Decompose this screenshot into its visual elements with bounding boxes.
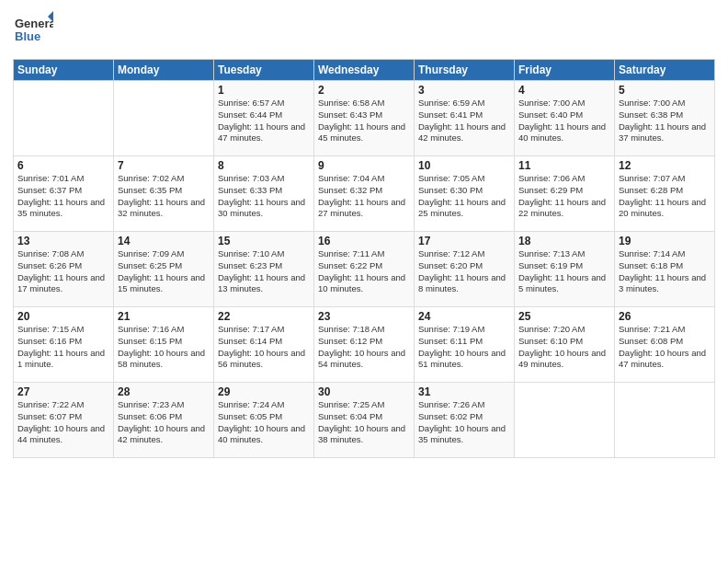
calendar-cell: 10Sunrise: 7:05 AM Sunset: 6:30 PM Dayli…: [415, 156, 515, 232]
day-info: Sunrise: 6:57 AM Sunset: 6:44 PM Dayligh…: [218, 98, 310, 144]
day-info: Sunrise: 7:13 AM Sunset: 6:19 PM Dayligh…: [518, 248, 610, 295]
calendar-cell: [14, 81, 114, 156]
day-info: Sunrise: 7:12 AM Sunset: 6:20 PM Dayligh…: [418, 248, 510, 295]
calendar-cell: 6Sunrise: 7:01 AM Sunset: 6:37 PM Daylig…: [14, 156, 114, 232]
calendar-cell: 20Sunrise: 7:15 AM Sunset: 6:16 PM Dayli…: [14, 307, 114, 383]
day-info: Sunrise: 7:10 AM Sunset: 6:23 PM Dayligh…: [218, 248, 310, 295]
day-number: 22: [218, 310, 310, 323]
day-number: 17: [418, 235, 510, 247]
day-number: 29: [218, 385, 310, 398]
day-number: 1: [218, 84, 310, 97]
day-number: 7: [118, 159, 210, 172]
day-info: Sunrise: 7:09 AM Sunset: 6:25 PM Dayligh…: [118, 248, 210, 295]
calendar-cell: 2Sunrise: 6:58 AM Sunset: 6:43 PM Daylig…: [314, 81, 415, 156]
day-number: 10: [418, 159, 510, 172]
day-header-saturday: Saturday: [615, 60, 715, 81]
calendar-cell: 11Sunrise: 7:06 AM Sunset: 6:29 PM Dayli…: [515, 156, 615, 232]
logo-icon: General Blue: [13, 9, 53, 50]
main-container: General Blue SundayMondayTuesdayWednesda…: [0, 0, 728, 464]
calendar-cell: 24Sunrise: 7:19 AM Sunset: 6:11 PM Dayli…: [415, 307, 515, 383]
day-number: 30: [318, 385, 410, 398]
calendar-cell: 29Sunrise: 7:24 AM Sunset: 6:05 PM Dayli…: [214, 383, 314, 458]
day-header-friday: Friday: [515, 60, 615, 81]
day-info: Sunrise: 7:04 AM Sunset: 6:32 PM Dayligh…: [318, 173, 410, 220]
day-number: 28: [118, 385, 210, 398]
day-header-thursday: Thursday: [415, 60, 515, 81]
calendar-cell: 22Sunrise: 7:17 AM Sunset: 6:14 PM Dayli…: [214, 307, 314, 383]
svg-text:General: General: [15, 17, 53, 30]
calendar-cell: 15Sunrise: 7:10 AM Sunset: 6:23 PM Dayli…: [214, 232, 314, 307]
calendar-cell: 21Sunrise: 7:16 AM Sunset: 6:15 PM Dayli…: [114, 307, 214, 383]
calendar-cell: 3Sunrise: 6:59 AM Sunset: 6:41 PM Daylig…: [415, 81, 515, 156]
day-header-sunday: Sunday: [14, 60, 114, 81]
calendar-cell: 12Sunrise: 7:07 AM Sunset: 6:28 PM Dayli…: [615, 156, 715, 232]
calendar-cell: 23Sunrise: 7:18 AM Sunset: 6:12 PM Dayli…: [314, 307, 415, 383]
day-info: Sunrise: 7:08 AM Sunset: 6:26 PM Dayligh…: [17, 248, 109, 295]
day-number: 21: [118, 310, 210, 323]
day-number: 4: [518, 84, 610, 97]
calendar-week-row: 13Sunrise: 7:08 AM Sunset: 6:26 PM Dayli…: [14, 232, 715, 307]
calendar-cell: 7Sunrise: 7:02 AM Sunset: 6:35 PM Daylig…: [114, 156, 214, 232]
calendar-cell: 27Sunrise: 7:22 AM Sunset: 6:07 PM Dayli…: [14, 383, 114, 458]
calendar-cell: 13Sunrise: 7:08 AM Sunset: 6:26 PM Dayli…: [14, 232, 114, 307]
calendar-cell: 25Sunrise: 7:20 AM Sunset: 6:10 PM Dayli…: [515, 307, 615, 383]
day-number: 15: [218, 235, 310, 247]
day-number: 31: [418, 385, 510, 398]
day-number: 2: [318, 84, 410, 97]
calendar-cell: 31Sunrise: 7:26 AM Sunset: 6:02 PM Dayli…: [415, 383, 515, 458]
day-number: 11: [518, 159, 610, 172]
day-number: 19: [619, 235, 711, 247]
day-info: Sunrise: 7:21 AM Sunset: 6:08 PM Dayligh…: [619, 324, 711, 371]
day-info: Sunrise: 7:02 AM Sunset: 6:35 PM Dayligh…: [118, 173, 210, 220]
day-number: 25: [518, 310, 610, 323]
day-info: Sunrise: 7:00 AM Sunset: 6:40 PM Dayligh…: [518, 98, 610, 144]
day-info: Sunrise: 7:17 AM Sunset: 6:14 PM Dayligh…: [218, 324, 310, 371]
day-info: Sunrise: 7:22 AM Sunset: 6:07 PM Dayligh…: [17, 399, 109, 446]
calendar-cell: 26Sunrise: 7:21 AM Sunset: 6:08 PM Dayli…: [615, 307, 715, 383]
day-header-tuesday: Tuesday: [214, 60, 314, 81]
day-number: 3: [418, 84, 510, 97]
day-info: Sunrise: 6:59 AM Sunset: 6:41 PM Dayligh…: [418, 98, 510, 144]
day-number: 20: [17, 310, 109, 323]
calendar-cell: [515, 383, 615, 458]
day-header-monday: Monday: [114, 60, 214, 81]
day-info: Sunrise: 7:11 AM Sunset: 6:22 PM Dayligh…: [318, 248, 410, 295]
day-number: 27: [17, 385, 109, 398]
day-info: Sunrise: 7:26 AM Sunset: 6:02 PM Dayligh…: [418, 399, 510, 446]
day-header-wednesday: Wednesday: [314, 60, 415, 81]
day-info: Sunrise: 7:05 AM Sunset: 6:30 PM Dayligh…: [418, 173, 510, 220]
calendar-cell: 8Sunrise: 7:03 AM Sunset: 6:33 PM Daylig…: [214, 156, 314, 232]
day-info: Sunrise: 7:03 AM Sunset: 6:33 PM Dayligh…: [218, 173, 310, 220]
day-number: 6: [17, 159, 109, 172]
logo: General Blue: [13, 9, 53, 53]
header-area: General Blue: [13, 9, 715, 53]
day-info: Sunrise: 7:20 AM Sunset: 6:10 PM Dayligh…: [518, 324, 610, 371]
day-number: 13: [17, 235, 109, 247]
day-number: 26: [619, 310, 711, 323]
day-info: Sunrise: 7:19 AM Sunset: 6:11 PM Dayligh…: [418, 324, 510, 371]
day-number: 23: [318, 310, 410, 323]
calendar-cell: 16Sunrise: 7:11 AM Sunset: 6:22 PM Dayli…: [314, 232, 415, 307]
calendar-cell: 28Sunrise: 7:23 AM Sunset: 6:06 PM Dayli…: [114, 383, 214, 458]
calendar-cell: 30Sunrise: 7:25 AM Sunset: 6:04 PM Dayli…: [314, 383, 415, 458]
day-info: Sunrise: 7:00 AM Sunset: 6:38 PM Dayligh…: [619, 98, 711, 144]
day-number: 14: [118, 235, 210, 247]
calendar-cell: 14Sunrise: 7:09 AM Sunset: 6:25 PM Dayli…: [114, 232, 214, 307]
day-number: 24: [418, 310, 510, 323]
day-number: 5: [619, 84, 711, 97]
calendar-cell: 17Sunrise: 7:12 AM Sunset: 6:20 PM Dayli…: [415, 232, 515, 307]
calendar-cell: 9Sunrise: 7:04 AM Sunset: 6:32 PM Daylig…: [314, 156, 415, 232]
day-info: Sunrise: 7:07 AM Sunset: 6:28 PM Dayligh…: [619, 173, 711, 220]
calendar-week-row: 20Sunrise: 7:15 AM Sunset: 6:16 PM Dayli…: [14, 307, 715, 383]
day-number: 12: [619, 159, 711, 172]
svg-text:Blue: Blue: [15, 29, 40, 43]
day-info: Sunrise: 7:16 AM Sunset: 6:15 PM Dayligh…: [118, 324, 210, 371]
calendar-cell: 1Sunrise: 6:57 AM Sunset: 6:44 PM Daylig…: [214, 81, 314, 156]
calendar-week-row: 27Sunrise: 7:22 AM Sunset: 6:07 PM Dayli…: [14, 383, 715, 458]
day-info: Sunrise: 7:06 AM Sunset: 6:29 PM Dayligh…: [518, 173, 610, 220]
calendar-cell: 4Sunrise: 7:00 AM Sunset: 6:40 PM Daylig…: [515, 81, 615, 156]
day-number: 18: [518, 235, 610, 247]
day-info: Sunrise: 7:15 AM Sunset: 6:16 PM Dayligh…: [17, 324, 109, 371]
day-number: 16: [318, 235, 410, 247]
calendar-cell: 18Sunrise: 7:13 AM Sunset: 6:19 PM Dayli…: [515, 232, 615, 307]
